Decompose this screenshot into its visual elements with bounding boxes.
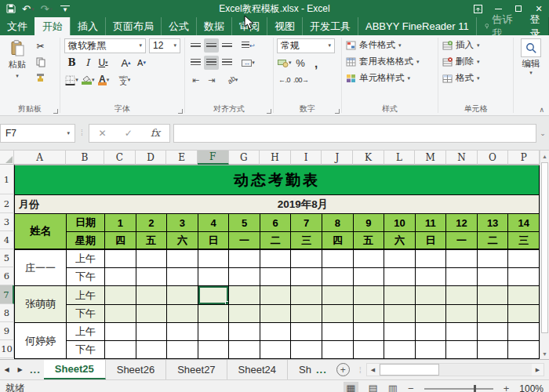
weekday-cell[interactable]: 六	[384, 232, 416, 250]
shrink-font-button[interactable]: A▾	[134, 56, 149, 70]
vertical-scroll-thumb[interactable]	[541, 162, 548, 333]
day-cell[interactable]	[136, 323, 168, 341]
sheet-tab-partial[interactable]: Sh	[288, 360, 313, 379]
day-cell[interactable]	[260, 341, 292, 359]
day-cell[interactable]	[416, 323, 447, 341]
day-number-cell[interactable]: 2	[136, 214, 168, 232]
weekday-cell[interactable]: 三	[508, 232, 540, 250]
hscroll-left-icon[interactable]: ◀	[367, 364, 379, 376]
day-cell[interactable]	[322, 268, 354, 286]
font-color-button[interactable]: A▾	[96, 73, 111, 87]
day-number-cell[interactable]: 13	[478, 214, 509, 232]
day-cell[interactable]	[322, 250, 354, 268]
row-header[interactable]: 1	[0, 165, 14, 194]
align-bottom-icon[interactable]	[220, 38, 235, 53]
number-dialog-launcher[interactable]	[335, 109, 340, 114]
font-size-select[interactable]: 12▾	[149, 38, 180, 53]
weekday-cell[interactable]: 一	[446, 232, 478, 250]
day-number-cell[interactable]: 4	[198, 214, 230, 232]
day-cell[interactable]	[384, 268, 416, 286]
formula-input[interactable]	[173, 124, 536, 143]
cell-styles-button[interactable]: 单元格样式▾	[346, 70, 436, 86]
zoom-slider-thumb[interactable]	[474, 385, 476, 392]
weekday-cell[interactable]: 五	[354, 232, 385, 250]
day-cell[interactable]	[446, 268, 478, 286]
enter-icon[interactable]: ✓	[125, 128, 133, 139]
cancel-icon[interactable]: ✕	[98, 128, 106, 139]
pm-cell[interactable]: 下午	[67, 341, 105, 359]
format-as-table-button[interactable]: 套用表格格式▾	[346, 53, 436, 70]
editing-dropdown[interactable]: ▾	[515, 70, 547, 76]
day-cell[interactable]	[136, 341, 168, 359]
day-cell[interactable]	[136, 268, 168, 286]
sign-in-button[interactable]: 登录	[522, 17, 548, 35]
row-header[interactable]: 2	[0, 194, 14, 213]
day-number-cell[interactable]: 14	[508, 214, 540, 232]
sheet-tab[interactable]: Sheet24	[227, 360, 288, 379]
day-cell[interactable]	[322, 305, 354, 323]
day-cell[interactable]	[229, 341, 260, 359]
column-header[interactable]: L	[384, 151, 416, 165]
selected-cell[interactable]	[198, 286, 230, 305]
weekday-cell[interactable]: 五	[136, 232, 168, 250]
column-header[interactable]: J	[322, 151, 353, 165]
ribbon-tab[interactable]: 公式	[161, 17, 196, 35]
column-header[interactable]: F	[198, 151, 229, 165]
day-number-cell[interactable]: 6	[260, 214, 292, 232]
ribbon-tab[interactable]: 视图	[267, 17, 302, 35]
day-cell[interactable]	[322, 323, 354, 341]
person-name-cell[interactable]: 庄一一	[15, 250, 67, 286]
ribbon-tab[interactable]: 数据	[196, 17, 231, 35]
column-header[interactable]: D	[136, 151, 167, 165]
column-header[interactable]: M	[415, 151, 446, 165]
editing-label[interactable]: 编辑	[515, 58, 547, 70]
day-number-cell[interactable]: 8	[322, 214, 354, 232]
formula-splitter[interactable]: ⁞	[75, 129, 89, 137]
day-cell[interactable]	[446, 323, 478, 341]
align-left-icon[interactable]	[188, 56, 203, 70]
alignment-dialog-launcher[interactable]	[267, 109, 271, 114]
tab-bar-splitter[interactable]: ⁞	[356, 360, 365, 379]
day-number-cell[interactable]: 10	[384, 214, 416, 232]
day-cell[interactable]	[508, 305, 540, 323]
day-cell[interactable]	[291, 286, 322, 305]
day-cell[interactable]	[260, 286, 292, 305]
font-dialog-launcher[interactable]	[178, 109, 183, 114]
find-select-button[interactable]	[521, 38, 541, 57]
month-label-cell[interactable]: 月份	[15, 195, 67, 214]
day-cell[interactable]	[354, 323, 385, 341]
day-number-cell[interactable]: 3	[167, 214, 198, 232]
comma-style-icon[interactable]: ,	[309, 56, 324, 70]
pm-cell[interactable]: 下午	[67, 268, 105, 286]
format-cells-button[interactable]: 格式▾	[442, 70, 511, 86]
row-header[interactable]: 3	[0, 213, 14, 231]
day-cell[interactable]	[105, 323, 136, 341]
day-number-cell[interactable]: 5	[229, 214, 260, 232]
day-cell[interactable]	[260, 268, 292, 286]
person-name-cell[interactable]: 张萌萌	[15, 286, 67, 323]
row-header[interactable]: 5	[0, 249, 14, 267]
day-cell[interactable]	[446, 305, 478, 323]
font-name-select[interactable]: 微软雅黑▾	[64, 38, 146, 53]
column-header[interactable]: H	[260, 151, 291, 165]
sheet-overflow-right[interactable]: ...	[313, 360, 330, 379]
day-cell[interactable]	[291, 250, 322, 268]
day-cell[interactable]	[167, 286, 198, 305]
format-painter-icon[interactable]	[33, 71, 48, 85]
page-layout-view-icon[interactable]: ▤	[369, 383, 378, 392]
day-number-cell[interactable]: 12	[446, 214, 478, 232]
column-header[interactable]: K	[353, 151, 384, 165]
tab-file[interactable]: 文件	[0, 17, 35, 35]
day-cell[interactable]	[354, 268, 385, 286]
vertical-scrollbar[interactable]: ▲ ▼	[540, 151, 549, 359]
wrap-text-icon[interactable]: ↩	[241, 38, 256, 53]
phonetic-guide-button[interactable]: wén文▾	[118, 73, 133, 87]
column-header[interactable]: B	[66, 151, 104, 165]
day-cell[interactable]	[136, 286, 168, 305]
ribbon-tab[interactable]: 页面布局	[105, 17, 161, 35]
day-cell[interactable]	[478, 323, 509, 341]
column-header[interactable]: E	[166, 151, 198, 165]
day-cell[interactable]	[508, 250, 540, 268]
decrease-indent-icon[interactable]: ⇤	[188, 73, 203, 87]
column-header[interactable]: P	[508, 151, 540, 165]
